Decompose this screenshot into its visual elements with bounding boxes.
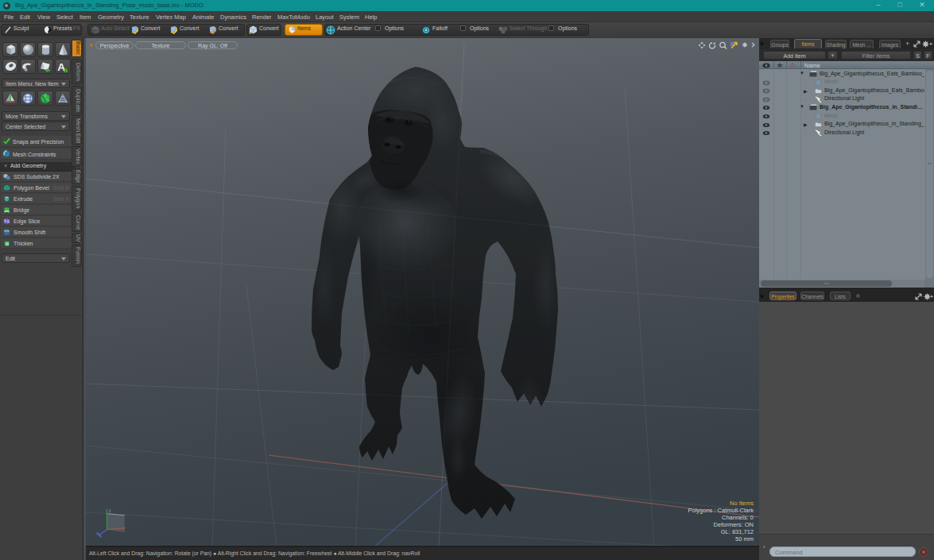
svg-text:No Items: No Items xyxy=(730,500,754,507)
svg-text:50 mm: 50 mm xyxy=(735,535,754,543)
svg-text:GL: 831,712: GL: 831,712 xyxy=(721,528,754,535)
svg-text:Channels: 0: Channels: 0 xyxy=(722,514,754,521)
svg-text:Polygons : Catmull-Clark: Polygons : Catmull-Clark xyxy=(688,507,754,514)
svg-text:a: a xyxy=(64,66,68,73)
svg-text:Deformers: ON: Deformers: ON xyxy=(714,521,754,528)
